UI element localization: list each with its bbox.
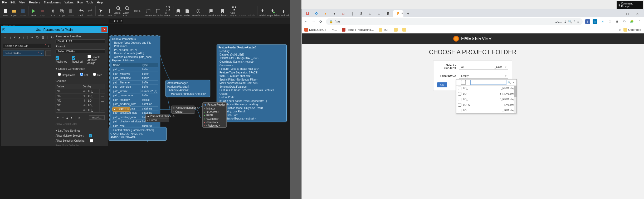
cut-icon[interactable]: ✂ — [31, 35, 33, 40]
menu-tools[interactable]: Tools — [86, 1, 93, 4]
dropdown-option[interactable]: LO__REV1.dwg — [456, 86, 516, 91]
dwgs-dropdown-list[interactable]: 🔍 × LO__REV1.dwgLO_t_REV1.dwgLO_'_REV1.d… — [456, 79, 517, 113]
cut-button[interactable]: Cut — [49, 5, 57, 17]
up-icon[interactable]: ↑ — [23, 35, 25, 40]
published-checkbox[interactable]: Published — [56, 56, 67, 63]
menu-readers[interactable]: Readers — [29, 1, 40, 4]
row-more-icon[interactable]: » — [78, 116, 80, 120]
tab-3[interactable]: ● — [321, 10, 330, 17]
dropdown-search-input[interactable] — [470, 80, 506, 85]
prompt-input[interactable] — [56, 49, 105, 53]
tab-fme-active[interactable]: F× — [393, 10, 403, 17]
menu-run[interactable]: Run — [77, 1, 83, 4]
choice-row[interactable]: \\T.-file01\ -shared2…LO_… — [56, 89, 105, 93]
open-button[interactable]: Open — [10, 5, 18, 17]
bookmark-folder-2[interactable] — [402, 28, 406, 32]
reader-button[interactable]: Reader — [174, 5, 183, 17]
select-project-dropdown[interactable]: AL _COM — [459, 64, 508, 70]
gear-icon[interactable]: ⚙ — [197, 106, 199, 109]
middle-button[interactable]: Middle — [248, 5, 256, 17]
select-button[interactable]: Select — [97, 5, 105, 17]
bookmark-ddg[interactable]: DuckDuckGo — Pri… — [304, 28, 337, 32]
workspace-canvas[interactable]: General Parameters: Reader Type: Directo… — [109, 24, 290, 199]
download-button[interactable]: Download — [278, 5, 289, 17]
clear-icon[interactable]: × — [512, 81, 515, 84]
dialog-close-button[interactable]: ✕ — [101, 27, 107, 32]
run-button[interactable]: Run — [29, 5, 38, 17]
tab-7[interactable]: S — [357, 10, 365, 17]
copy-icon[interactable]: ⧉ — [36, 35, 38, 40]
document-tab[interactable]: …k X× — [109, 19, 123, 23]
allow-order-checkbox[interactable] — [90, 139, 93, 142]
dropdown-option[interactable]: LO_t_REV1.dwg — [456, 91, 516, 97]
disable-attr-checkbox[interactable]: Disable Attribute Assign — [87, 55, 105, 64]
chrome-menu-button[interactable]: ⋮ — [637, 19, 642, 24]
move-up-icon[interactable]: ▴ — [18, 35, 20, 40]
ext-linkedin-icon[interactable]: in — [593, 19, 597, 24]
import-button[interactable]: Import… — [89, 115, 105, 120]
extents-button[interactable]: Extents — [144, 5, 153, 17]
tab-gmail[interactable]: M — [303, 10, 312, 17]
bookmark-tof[interactable]: TOF — [379, 28, 389, 32]
gear-icon[interactable]: ⚙ — [127, 108, 129, 111]
tree-radio[interactable]: Tree — [93, 73, 102, 77]
path-reader-node[interactable]: PATH⚙ — [112, 107, 130, 112]
add-icon[interactable]: ＋ — [3, 35, 7, 40]
fr-port[interactable]: <Initiator> — [203, 121, 226, 124]
tab-10[interactable]: E — [384, 10, 392, 17]
republish-button[interactable]: Republish — [267, 5, 278, 17]
ext-puzzle-icon[interactable]: 🧩 — [630, 19, 634, 24]
menu-writers[interactable]: Writers — [65, 1, 74, 4]
ext-1-icon[interactable]: f — [585, 19, 590, 24]
close-icon[interactable]: × — [120, 19, 122, 22]
parameter-fetcher-transformer[interactable]: ●ParameterFetcher⚙ Output — [145, 114, 169, 122]
search-icon[interactable]: 🔍 — [568, 20, 572, 23]
fr-port[interactable]: <Rejected> — [203, 124, 226, 127]
maximize-button[interactable]: Maximize — [153, 5, 163, 17]
bookmark-home[interactable]: Home | Podcastind… — [342, 28, 374, 32]
select-all-checkbox[interactable] — [457, 80, 469, 85]
feature-reader-annotation[interactable]: FeatureReader [FeatureReader] Reading: D… — [217, 44, 287, 122]
star-icon[interactable]: ☆ — [577, 20, 579, 23]
param-id-input[interactable] — [56, 39, 105, 43]
choice-row[interactable]: \\T.-file01\ -shared2…LO_… — [56, 108, 105, 112]
list-radio[interactable]: List — [80, 73, 88, 77]
fr-port[interactable]: Initiator — [203, 107, 226, 110]
select-dwgs-dropdown[interactable]: Empty — [459, 73, 508, 79]
paste-button[interactable]: Paste — [67, 5, 75, 17]
choices-table[interactable]: ValueDisplay \\T.-file01\ -shared2…LO_…\… — [56, 84, 105, 113]
dropdown-radio[interactable]: Drop Down — [58, 73, 75, 77]
dwgs-browse-button[interactable]: … — [45, 51, 51, 56]
center-button[interactable]: Center — [239, 5, 247, 17]
redo-button[interactable]: Redo — [86, 5, 94, 17]
dialog-titlebar[interactable]: ⇱ User Parameters for 'Main' ✕ — [1, 27, 108, 33]
row-add-icon[interactable]: ＋ — [56, 115, 59, 120]
select-project-combo[interactable]: Select a PROJECT: * — [3, 43, 51, 48]
nav-back-button[interactable]: ← — [304, 19, 309, 24]
menu-transformers[interactable]: Transformers — [44, 1, 61, 4]
ext-4-icon[interactable]: ⬚ — [607, 19, 612, 24]
publish-button[interactable]: Publish — [258, 5, 267, 17]
pf-output-port[interactable]: Output — [146, 118, 169, 122]
zoom-out-button[interactable]: Zoom Out — [123, 5, 132, 17]
row-down-icon[interactable]: ▾ — [71, 116, 72, 120]
autolayout-button[interactable]: Auto-Layout — [230, 5, 238, 17]
zoom-in-button[interactable]: Zoom In — [114, 5, 123, 17]
down-icon[interactable]: ↓ — [9, 35, 11, 40]
dropdown-option[interactable]: LO_.EV1.dwg — [456, 108, 516, 113]
ok-button[interactable]: OK — [437, 82, 447, 87]
bookmarks-overflow[interactable]: » — [619, 28, 621, 31]
pan-button[interactable]: Pan — [105, 5, 114, 17]
tab-4[interactable]: ● — [330, 10, 339, 17]
save-button[interactable]: Save — [19, 5, 27, 17]
fullscreen-button[interactable]: Full Screen — [164, 5, 172, 17]
menu-edit[interactable]: Edit — [11, 1, 16, 4]
allow-multi-checkbox[interactable] — [89, 134, 92, 137]
tab-8[interactable]: □ — [366, 10, 374, 17]
bookmark-folder-1[interactable] — [394, 28, 398, 32]
dropdown-option[interactable]: LO_'_REV1.dwg — [456, 97, 516, 102]
gear-icon[interactable]: ⚙ — [226, 103, 228, 106]
window-close-button[interactable]: ✕ — [633, 11, 642, 17]
ext-6-icon[interactable]: ⧉ — [622, 19, 627, 24]
url-input[interactable]: 🔒 fme .co… ⤓ 🔍 ᵀ ☆ — [326, 18, 583, 25]
